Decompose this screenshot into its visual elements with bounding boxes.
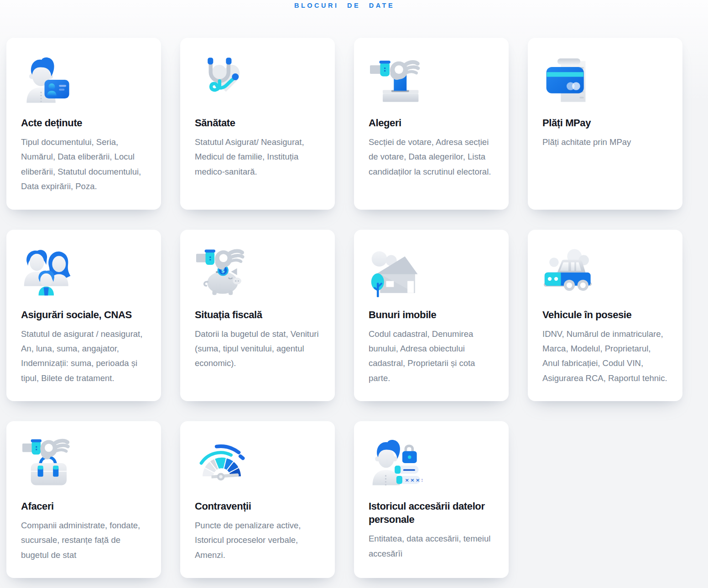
card-title: Alegeri: [369, 116, 494, 129]
card-afaceri[interactable]: Afaceri Companii administrate, fondate, …: [6, 421, 161, 578]
house-icon: [369, 246, 494, 297]
card-title: Asigurări sociale, CNAS: [21, 308, 146, 321]
card-description: Statutul Asigurat/ Neasigurat, Medicul d…: [195, 135, 320, 179]
family-icon: [21, 246, 146, 297]
card-situatia-fiscala[interactable]: $ Situația fiscală Datorii la bugetul de…: [180, 230, 335, 402]
card-title: Istoricul accesării datelor personale: [369, 500, 494, 526]
card-description: Tipul documentului, Seria, Numărul, Data…: [21, 135, 146, 194]
cards-grid: Acte deținute Tipul documentului, Seria,…: [6, 38, 682, 578]
card-description: Statutul de asigurat / neasigurat, An, l…: [21, 327, 146, 386]
page-header: BLOCURI DE DATE: [6, 1, 682, 10]
card-description: Secției de votare, Adresa secției de vot…: [369, 135, 494, 179]
card-acte-detinute[interactable]: Acte deținute Tipul documentului, Seria,…: [6, 38, 161, 210]
card-contraventii[interactable]: Contravenții Puncte de penalizare active…: [180, 421, 335, 578]
card-title: Sănătate: [195, 116, 320, 129]
briefcase-hand-icon: [21, 438, 146, 489]
card-alegeri[interactable]: Alegeri Secției de votare, Adresa secție…: [354, 38, 509, 210]
svg-text:××××: ××××: [405, 477, 422, 483]
card-asigurari-sociale-cnas[interactable]: Asigurări sociale, CNAS Statutul de asig…: [6, 230, 161, 402]
ballot-box-icon: [369, 54, 494, 105]
car-icon: [542, 246, 668, 297]
gauge-icon: [195, 438, 320, 489]
card-bunuri-imobile[interactable]: Bunuri imobile Codul cadastral, Denumire…: [354, 230, 509, 402]
card-description: Companii administrate, fondate, sucursal…: [21, 518, 146, 562]
card-plati-mpay[interactable]: Plăți MPay Plăți achitate prin MPay: [528, 38, 682, 210]
page-heading: BLOCURI DE DATE: [294, 1, 395, 9]
card-title: Situația fiscală: [195, 308, 320, 321]
card-description: Entitatea, data accesării, temeiul acces…: [369, 531, 494, 561]
card-sanatate[interactable]: Sănătate Statutul Asigurat/ Neasigurat, …: [180, 38, 335, 210]
card-description: Puncte de penalizare active, Istoricul p…: [195, 518, 320, 562]
card-description: Codul cadastral, Denumirea bunului, Adre…: [369, 327, 494, 386]
credit-card-icon: [542, 54, 668, 105]
person-id-card-icon: [21, 54, 146, 105]
card-title: Plăți MPay: [542, 116, 668, 129]
card-title: Bunuri imobile: [369, 308, 494, 321]
card-title: Afaceri: [21, 500, 146, 513]
card-vehicule-in-posesie[interactable]: Vehicule în posesie IDNV, Numărul de inm…: [528, 230, 682, 402]
person-lock-icon: ××××: [369, 438, 494, 489]
card-description: Plăți achitate prin MPay: [542, 135, 668, 150]
card-title: Vehicule în posesie: [542, 308, 668, 321]
piggy-bank-icon: $: [195, 246, 320, 297]
card-title: Contravenții: [195, 500, 320, 513]
page: BLOCURI DE DATE Acte deținute Tipul docu…: [6, 0, 682, 578]
card-istoricul-accesarii-datelor-personale[interactable]: ×××× Istoricul accesării datelor persona…: [354, 421, 509, 578]
stethoscope-icon: [195, 54, 320, 105]
card-title: Acte deținute: [21, 116, 146, 129]
card-description: Datorii la bugetul de stat, Venituri (su…: [195, 327, 320, 371]
card-description: IDNV, Numărul de inmatriculare, Marca, M…: [542, 327, 668, 386]
